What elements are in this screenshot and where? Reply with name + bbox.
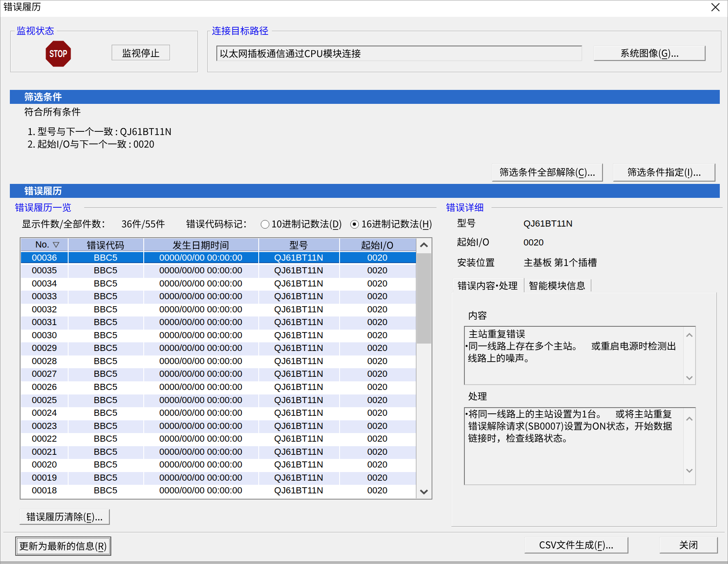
svg-text:STOP: STOP: [50, 48, 67, 59]
